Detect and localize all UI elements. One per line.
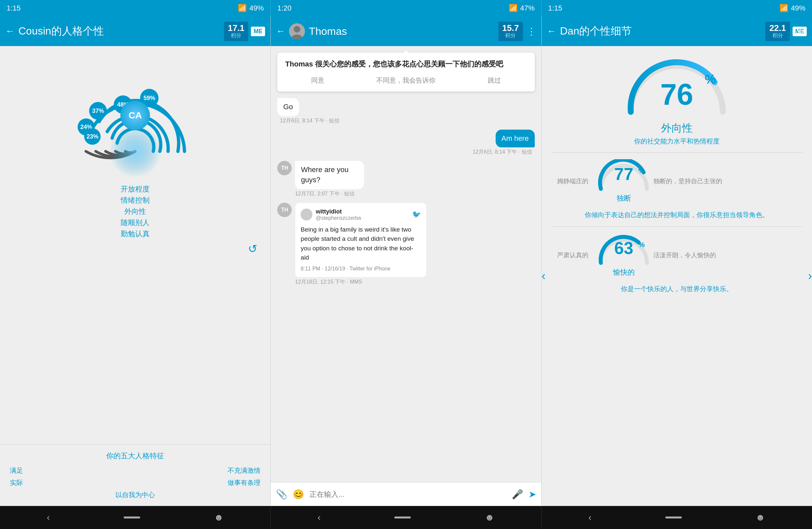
gauge-extroversion-subtitle: 你的社交能力水平和热情程度 — [634, 137, 720, 146]
back-button-panel2[interactable]: ← — [276, 26, 285, 37]
signal-icon-left: 📶 — [238, 4, 247, 13]
panel3-title: Dan的个性细节 — [560, 24, 766, 39]
more-button-panel2[interactable]: ⋮ — [527, 26, 536, 37]
nav-bar-middle: ‹ ☻ — [271, 506, 541, 529]
gauge-assertiveness-row: 姆静端庄的 77 % 独断 独断的，坚持自己主张的 — [552, 159, 802, 203]
nav-accessibility-btn-right[interactable]: ☻ — [755, 512, 765, 523]
tweet-footer: 8:11 PM · 12/16/19 · Twitter for iPhone — [301, 266, 421, 272]
big5-section: 你的五大人格特征 满足 不充满激情 实际 做事有条理 以自我为中心 — [0, 444, 270, 506]
radar-chart: 48% 37% 59% 24% 23% CA — [56, 56, 214, 181]
status-bar-left: 1:15 📶 49% — [0, 0, 270, 16]
msg-meta-4: 12月18日, 12:15 下午 · MMS — [277, 278, 365, 286]
nav-bar-left: ‹ ☻ — [0, 506, 271, 529]
divider-1 — [552, 152, 802, 153]
next-gauge-button[interactable]: › — [808, 269, 812, 283]
gauge-large-number: 76 — [661, 80, 693, 109]
chat-input[interactable] — [309, 490, 506, 499]
reload-button[interactable]: ↺ — [248, 242, 257, 255]
popup-text: Thomas 很关心您的感受，您也该多花点心思关顾一下他们的感受吧 — [285, 59, 526, 69]
big5-title: 你的五大人格特征 — [10, 451, 260, 461]
big5-item-2: 不充满激情 — [139, 466, 260, 475]
msg-avatar-3: TH — [277, 161, 292, 175]
signal-icon-middle: 📶 — [509, 4, 518, 13]
back-button-panel1[interactable]: ← — [5, 26, 14, 37]
nav-bar-right: ‹ ☻ — [542, 506, 812, 529]
svg-point-0 — [109, 125, 161, 178]
msg-meta-3: 12月7日, 2:07 下午 · 短信 — [277, 190, 357, 197]
score-panel1: 17.1 积分 — [224, 22, 249, 41]
twitter-icon: 🐦 — [412, 210, 421, 219]
attachment-icon[interactable]: 📎 — [276, 489, 287, 500]
nav-back-btn-middle[interactable]: ‹ — [318, 512, 321, 523]
chat-input-bar: 📎 😊 🎤 ➤ — [271, 482, 541, 506]
time-left: 1:15 — [6, 4, 21, 13]
gauge-cheerful-row: 严肃认真的 63 % 愉快的 活泼开朗，令人愉快的 — [552, 233, 802, 277]
emoji-icon[interactable]: 😊 — [293, 489, 304, 500]
nav-accessibility-btn-middle[interactable]: ☻ — [485, 512, 494, 523]
time-right: 1:15 — [548, 4, 562, 13]
battery-left: 49% — [249, 4, 264, 13]
message-2: Am here 12月6日, 8:14 下午 · 短信 — [277, 130, 534, 156]
nav-back-btn-left[interactable]: ‹ — [47, 512, 50, 523]
gauge-bottom-number: 63 — [614, 240, 634, 257]
gauge-cheerful: 63 % 愉快的 — [598, 233, 650, 277]
gauge-extroversion-title: 外向性 — [661, 121, 693, 135]
panel-thomas-chat: ← Thomas 15.7 积分 ⋮ Thomas 很关心您的感受，您也该多花点… — [271, 16, 541, 506]
popup-skip-btn[interactable]: 跳过 — [488, 76, 501, 85]
popup-disagree-btn[interactable]: 不同意，我会告诉你 — [376, 76, 435, 85]
radar-center: CA — [120, 101, 150, 130]
panel-dan-details: ← Dan的个性细节 22.1 积分 ME ✏ ‹ › — [542, 16, 812, 506]
gauge-large-svg: 76 % — [621, 53, 733, 118]
chat-suggestion-popup: Thomas 很关心您的感受，您也该多花点心思关顾一下他们的感受吧 同意 不同意… — [277, 53, 534, 91]
trait-labels: 开放程度 情绪控制 外向性 随顺别人 勤勉认真 — [121, 184, 150, 239]
signal-icon-right: 📶 — [780, 4, 788, 13]
toolbar-panel2: ← Thomas 15.7 积分 ⋮ — [271, 16, 541, 46]
me-badge-panel1: ME — [251, 27, 265, 36]
msg-meta-1: 12月6日, 8:14 下午 · 短信 — [277, 117, 342, 124]
nav-home-btn-left[interactable] — [124, 516, 140, 518]
battery-middle: 47% — [520, 4, 535, 13]
nav-home-btn-right[interactable] — [665, 516, 682, 518]
edit-button[interactable]: ✏ — [798, 26, 806, 37]
msg-bubble-3: Where are you guys? — [295, 161, 364, 189]
send-button[interactable]: ➤ — [528, 489, 536, 500]
popup-agree-btn[interactable]: 同意 — [311, 76, 324, 85]
big5-item-3: 实际 — [10, 478, 132, 487]
nav-home-btn-middle[interactable] — [394, 516, 411, 518]
badge-37: 37% — [89, 102, 107, 120]
thomas-avatar — [289, 23, 305, 39]
big5-item-5: 以自我为中心 — [10, 490, 260, 499]
badge-23: 23% — [84, 128, 101, 145]
msg-avatar-4: TH — [277, 203, 292, 217]
battery-right: 49% — [791, 4, 806, 13]
gauge-assertiveness: 77 % 独断 — [598, 159, 650, 203]
nav-accessibility-btn-left[interactable]: ☻ — [214, 512, 223, 523]
gauge-mid-desc: 你倾向于表达自己的想法并控制局面，你很乐意担当领导角色。 — [585, 210, 769, 220]
tweet-username: wittyidiot — [316, 208, 361, 215]
gauge-extroversion: 76 % 外向性 你的社交能力水平和热情程度 — [552, 53, 802, 146]
tweet-handle: @stephenszczerba — [316, 215, 361, 221]
gauge-large-percent: % — [705, 72, 716, 87]
big5-item-1: 满足 — [10, 466, 132, 475]
gauge-bottom-label: 愉快的 — [613, 268, 635, 277]
toolbar-panel1: ← Cousin的人格个性 17.1 积分 ME — [0, 16, 270, 46]
msg-bubble-1: Go — [277, 98, 299, 116]
svg-point-2 — [294, 26, 300, 32]
panel2-title: Thomas — [309, 25, 498, 38]
message-1: Go 12月6日, 8:14 下午 · 短信 — [277, 98, 534, 124]
status-bar-right: 1:15 📶 49% — [541, 0, 812, 16]
msg-bubble-2: Am here — [496, 130, 535, 148]
nav-back-btn-right[interactable]: ‹ — [589, 512, 591, 523]
prev-gauge-button[interactable]: ‹ — [542, 269, 546, 283]
big5-grid: 满足 不充满激情 实际 做事有条理 以自我为中心 — [10, 466, 260, 499]
gauge-left-label-2: 严肃认真的 — [552, 251, 594, 260]
back-button-panel3[interactable]: ← — [547, 26, 556, 37]
tweet-avatar — [301, 209, 313, 220]
status-bar-middle: 1:20 📶 47% — [270, 0, 541, 16]
chat-content: Thomas 很关心您的感受，您也该多花点心思关顾一下他们的感受吧 同意 不同意… — [271, 46, 541, 506]
message-4: TH wittyidiot @stephenszczerba — [277, 203, 534, 286]
panel3-content: ‹ › — [542, 46, 812, 506]
gauge-bottom-pct: % — [638, 241, 645, 249]
message-3: TH Where are you guys? 12月7日, 2:07 下午 · … — [277, 161, 534, 197]
mic-icon[interactable]: 🎤 — [512, 489, 523, 500]
